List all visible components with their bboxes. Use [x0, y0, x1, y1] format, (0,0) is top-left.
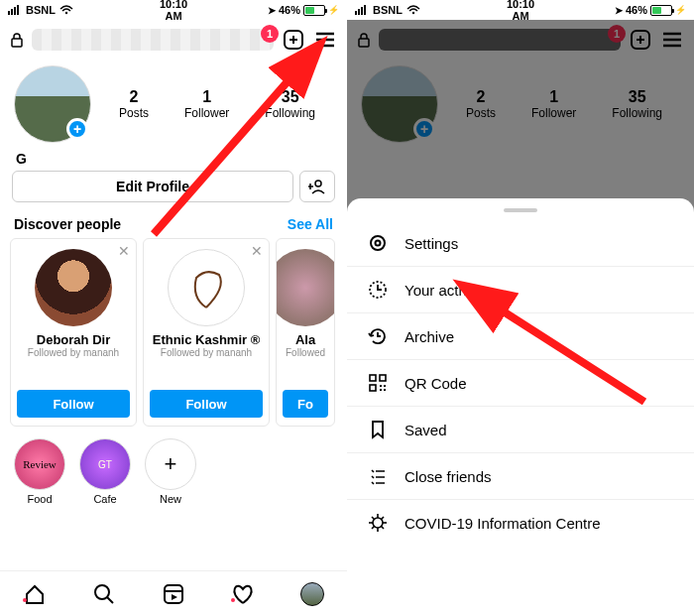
see-all-link[interactable]: See All	[288, 216, 333, 232]
svg-rect-41	[384, 389, 386, 391]
svg-rect-40	[380, 389, 382, 391]
discover-name: Ala	[283, 332, 328, 347]
status-bar: BSNL 10:10 AM ➤ 46% ⚡	[0, 0, 347, 20]
discover-avatar[interactable]	[276, 249, 335, 326]
menu-archive[interactable]: Archive	[347, 313, 694, 360]
menu-settings[interactable]: Settings	[347, 220, 694, 267]
archive-icon	[367, 326, 389, 346]
menu-label: Settings	[405, 235, 458, 252]
discover-name: Deborah Dir	[17, 332, 130, 347]
notification-badge: 1	[261, 25, 279, 43]
menu-close-friends[interactable]: Close friends	[347, 453, 694, 500]
battery-icon	[303, 5, 325, 16]
story-highlight[interactable]: ReviewFood	[14, 438, 65, 505]
menu-label: COVID-19 Information Centre	[405, 515, 601, 532]
battery-icon	[650, 5, 672, 16]
close-icon[interactable]: ✕	[118, 243, 130, 259]
sheet-handle[interactable]	[504, 208, 537, 212]
charging-icon: ⚡	[328, 5, 339, 15]
signal-icon	[355, 5, 369, 15]
stat-posts[interactable]: 2Posts	[119, 88, 149, 120]
story-highlights: ReviewFood GTCafe +New	[0, 427, 347, 507]
qr-icon	[367, 373, 389, 393]
profile-stats-row: + 2Posts 1Follower 35Following	[0, 60, 347, 149]
status-time: 10:10 AM	[160, 0, 187, 22]
svg-line-47	[372, 517, 375, 520]
svg-rect-5	[12, 39, 22, 47]
menu-screen: BSNL 10:10 AM ➤ 46% ⚡ 1 + 2Posts 1Follow…	[347, 0, 694, 616]
svg-rect-22	[361, 7, 363, 15]
nav-profile[interactable]	[300, 582, 324, 606]
discover-card: ✕ Deborah Dir Followed by mananh Follow	[10, 238, 137, 427]
activity-icon	[367, 280, 389, 300]
signal-icon	[8, 5, 22, 15]
menu-saved[interactable]: Saved	[347, 407, 694, 453]
avatar[interactable]: +	[14, 65, 91, 143]
discover-sub: Followed by mananh	[150, 347, 263, 358]
follow-button[interactable]: Follow	[17, 390, 130, 418]
nav-reels[interactable]	[162, 582, 185, 606]
discover-sub: Followed	[283, 347, 328, 358]
carrier-label: BSNL	[373, 4, 403, 16]
bottom-nav	[0, 570, 347, 616]
svg-rect-0	[8, 11, 10, 15]
add-story-plus-icon[interactable]: +	[66, 118, 88, 140]
hamburger-menu-button[interactable]	[313, 28, 337, 52]
gear-icon	[367, 233, 389, 253]
svg-point-32	[371, 236, 385, 250]
svg-rect-37	[370, 385, 376, 391]
bookmark-icon	[367, 420, 389, 439]
follow-button[interactable]: Fo	[283, 390, 328, 418]
svg-rect-23	[364, 5, 366, 15]
covid-icon	[367, 513, 389, 533]
svg-rect-3	[17, 5, 19, 15]
svg-rect-36	[380, 375, 386, 381]
new-highlight-button[interactable]: +New	[145, 438, 196, 505]
wifi-icon	[59, 5, 73, 15]
svg-rect-17	[165, 585, 182, 603]
top-bar: 1	[0, 20, 347, 60]
story-highlight[interactable]: GTCafe	[79, 438, 131, 505]
discover-avatar[interactable]	[168, 249, 245, 326]
menu-qr-code[interactable]: QR Code	[347, 360, 694, 407]
nav-home[interactable]	[23, 582, 47, 606]
stat-followers[interactable]: 1Follower	[184, 88, 229, 120]
username-dropdown[interactable]: 1	[32, 29, 274, 51]
location-icon: ➤	[268, 5, 276, 16]
create-button[interactable]	[282, 28, 305, 52]
svg-rect-1	[11, 9, 13, 15]
nav-activity[interactable]	[231, 582, 255, 606]
status-bar: BSNL 10:10 AM ➤ 46% ⚡	[347, 0, 694, 20]
menu-label: Close friends	[405, 468, 492, 485]
stat-following[interactable]: 35Following	[265, 88, 315, 120]
menu-your-activity[interactable]: Your activity	[347, 267, 694, 313]
menu-covid-info[interactable]: COVID-19 Information Centre	[347, 500, 694, 546]
menu-label: Archive	[405, 328, 454, 345]
svg-line-48	[382, 527, 385, 530]
edit-profile-button[interactable]: Edit Profile	[12, 171, 293, 202]
follow-button[interactable]: Follow	[150, 390, 263, 418]
discover-avatar[interactable]	[35, 249, 112, 326]
svg-rect-35	[370, 375, 376, 381]
svg-point-15	[95, 585, 109, 599]
discover-carousel[interactable]: ✕ Deborah Dir Followed by mananh Follow …	[0, 238, 347, 427]
battery-percent: 46%	[279, 4, 300, 16]
svg-point-4	[65, 12, 67, 14]
menu-sheet: Settings Your activity Archive QR Code S…	[347, 198, 694, 616]
svg-line-50	[382, 517, 385, 520]
display-name: G	[0, 149, 347, 171]
discover-card: Ala Followed Fo	[276, 238, 335, 427]
svg-rect-2	[14, 7, 16, 15]
lock-icon	[10, 32, 24, 48]
close-icon[interactable]: ✕	[251, 243, 263, 259]
svg-point-33	[376, 241, 381, 246]
story-label: Food	[14, 493, 65, 505]
menu-label: Saved	[405, 422, 447, 438]
discover-people-button[interactable]	[299, 171, 335, 202]
svg-rect-38	[380, 385, 382, 387]
svg-line-16	[107, 597, 113, 603]
profile-screen: BSNL 10:10 AM ➤ 46% ⚡ 1 + 2Posts 1Follow…	[0, 0, 347, 616]
discover-title: Discover people	[14, 216, 121, 232]
nav-search[interactable]	[92, 582, 116, 606]
story-label: Cafe	[79, 493, 131, 505]
